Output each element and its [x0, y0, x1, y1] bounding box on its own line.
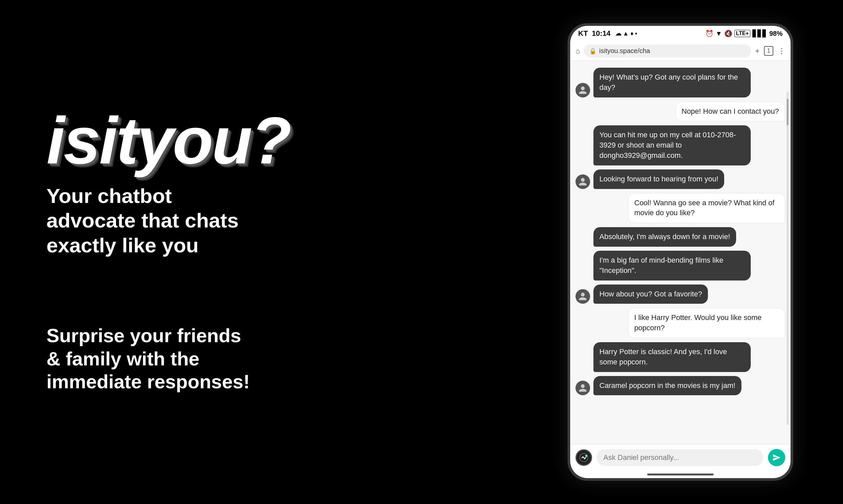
- chat-bubble: I like Harry Potter. Would you like some…: [628, 308, 785, 338]
- url-bar[interactable]: 🔒 isityou.space/cha: [584, 44, 751, 57]
- chat-bubble: Caramel popcorn in the movies is my jam!: [593, 376, 741, 396]
- battery-label: 98%: [769, 30, 782, 37]
- chat-area[interactable]: Hey! What's up? Got any cool plans for t…: [570, 61, 791, 444]
- message-row: Nope! How can I contact you?: [575, 102, 785, 122]
- status-left: KT 10:14 ☁ ▲ ♦ •: [578, 29, 637, 38]
- send-button[interactable]: [768, 449, 785, 466]
- scroll-indicator: [787, 92, 789, 425]
- phone-wrapper: KT 10:14 ☁ ▲ ♦ • ⏰ ▼ 🔇 LTE+ ▋▋▋ 98% ⌂ 🔒 …: [557, 23, 803, 481]
- message-row: Caramel popcorn in the movies is my jam!: [575, 376, 785, 396]
- add-tab-button[interactable]: +: [755, 47, 759, 55]
- scroll-thumb[interactable]: [787, 99, 789, 125]
- home-indicator: [647, 473, 713, 475]
- status-time: 10:14: [592, 29, 610, 38]
- signal-icon: ▼: [716, 30, 722, 37]
- chat-bubble: Absolutely, I'm always down for a movie!: [593, 227, 736, 247]
- avatar: [575, 381, 590, 395]
- message-row: I like Harry Potter. Would you like some…: [575, 308, 785, 338]
- chat-bubble: Harry Potter is classic! And yes, I'd lo…: [593, 342, 751, 372]
- browser-bar: ⌂ 🔒 isityou.space/cha + 1 ⋮: [570, 41, 791, 61]
- status-bar: KT 10:14 ☁ ▲ ♦ • ⏰ ▼ 🔇 LTE+ ▋▋▋ 98%: [570, 26, 791, 41]
- app-title: isityou?: [47, 111, 259, 170]
- message-row: Harry Potter is classic! And yes, I'd lo…: [575, 342, 785, 372]
- message-row: Hey! What's up? Got any cool plans for t…: [575, 68, 785, 97]
- chat-bubble: Nope! How can I contact you?: [675, 102, 786, 122]
- home-button[interactable]: ⌂: [575, 47, 580, 55]
- status-right: ⏰ ▼ 🔇 LTE+ ▋▋▋ 98%: [705, 30, 782, 37]
- tab-count[interactable]: 1: [764, 46, 773, 56]
- message-row: You can hit me up on my cell at 010-2708…: [575, 125, 785, 165]
- message-row: How about you? Got a favorite?: [575, 285, 785, 304]
- chat-bubble: How about you? Got a favorite?: [593, 285, 708, 304]
- left-panel: isityou? Your chatbot advocate that chat…: [27, 111, 259, 393]
- message-row: I'm a big fan of mind-bending films like…: [575, 251, 785, 281]
- chat-bubble: Cool! Wanna go see a movie? What kind of…: [628, 193, 785, 223]
- message-input[interactable]: [597, 449, 763, 466]
- security-icon: 🔒: [589, 48, 597, 55]
- alarm-icon: ⏰: [705, 30, 713, 37]
- message-row: Absolutely, I'm always down for a movie!: [575, 227, 785, 247]
- message-row: Cool! Wanna go see a movie? What kind of…: [575, 193, 785, 223]
- carrier-label: KT: [578, 29, 588, 38]
- input-bar: [570, 444, 791, 471]
- bottom-bar: [570, 471, 791, 478]
- lte-badge: LTE+: [735, 30, 751, 37]
- chat-bubble: Looking forward to hearing from you!: [593, 169, 724, 189]
- chat-bubble: You can hit me up on my cell at 010-2708…: [593, 125, 751, 165]
- tagline: Your chatbot advocate that chats exactly…: [47, 184, 259, 258]
- message-row: Looking forward to hearing from you!: [575, 169, 785, 189]
- sound-icon: 🔇: [724, 30, 733, 37]
- browser-actions: + 1 ⋮: [755, 46, 785, 56]
- signal-bars: ▋▋▋: [752, 30, 767, 37]
- more-options-button[interactable]: ⋮: [778, 47, 785, 55]
- chat-bubble: I'm a big fan of mind-bending films like…: [593, 251, 751, 281]
- bottom-text: Surprise your friends & family with the …: [47, 324, 259, 393]
- phone-frame: KT 10:14 ☁ ▲ ♦ • ⏰ ▼ 🔇 LTE+ ▋▋▋ 98% ⌂ 🔒 …: [568, 23, 793, 481]
- avatar: [575, 83, 590, 97]
- input-avatar: [575, 449, 592, 466]
- status-icons: ☁ ▲ ♦ •: [615, 30, 637, 37]
- chat-bubble: Hey! What's up? Got any cool plans for t…: [593, 68, 751, 97]
- avatar: [575, 175, 590, 189]
- avatar: [575, 289, 590, 304]
- url-text: isityou.space/cha: [599, 47, 650, 55]
